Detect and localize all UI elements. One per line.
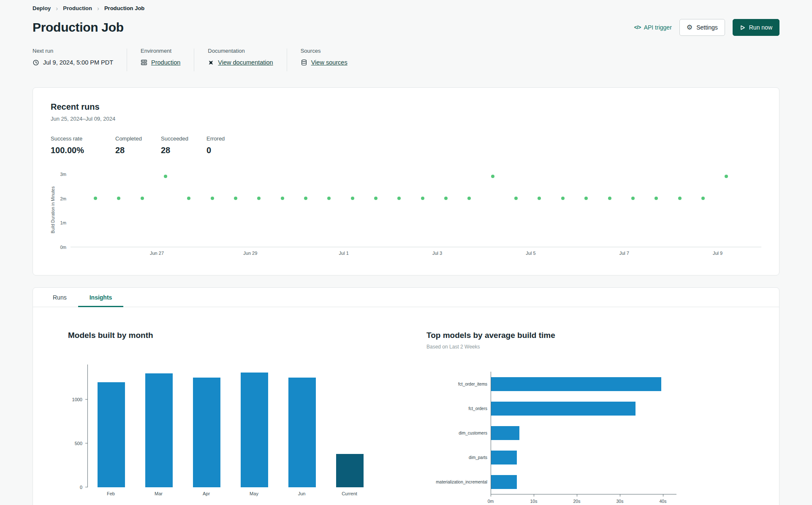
run-duration-dot[interactable] — [141, 197, 144, 200]
run-duration-dot[interactable] — [421, 197, 424, 200]
run-duration-dot[interactable] — [234, 197, 237, 200]
run-duration-dot[interactable] — [725, 175, 728, 178]
run-duration-dot[interactable] — [187, 197, 190, 200]
build-time-bar — [491, 451, 517, 464]
run-duration-dot[interactable] — [304, 197, 307, 200]
month-bar-may — [241, 373, 268, 487]
page: Deploy › Production › Production Job Pro… — [0, 0, 812, 505]
run-duration-dot[interactable] — [397, 197, 401, 200]
scatter-plot — [71, 172, 761, 247]
meta-label: Environment — [141, 48, 180, 54]
run-duration-dot[interactable] — [94, 197, 97, 200]
job-detail-card: Runs Insights Models built by month 0500… — [33, 287, 779, 505]
vbar-xtick-label: Current — [342, 491, 357, 496]
clock-icon — [33, 59, 39, 66]
axis-line — [491, 372, 491, 494]
scatter-y-axis-label: Build Duration in Minutes — [51, 172, 55, 247]
hbar-xtick-label: 30s — [616, 499, 624, 504]
meta-label: Documentation — [208, 48, 273, 54]
api-trigger-link[interactable]: </> API trigger — [634, 24, 672, 31]
stat-errored: Errored 0 — [206, 135, 225, 155]
vbar-xtick-label: Apr — [203, 491, 210, 496]
model-label: fct_orders — [426, 406, 491, 411]
tab-bar: Runs Insights — [33, 288, 779, 307]
environment-link[interactable]: Production — [151, 59, 180, 66]
tab-insights[interactable]: Insights — [78, 288, 124, 307]
month-bar-jun — [288, 378, 316, 487]
run-duration-dot[interactable] — [631, 197, 635, 200]
recent-runs-date-range: Jun 25, 2024–Jul 09, 2024 — [51, 116, 761, 122]
run-now-button[interactable]: Run now — [733, 19, 779, 36]
hbar-row: dim_customers — [426, 421, 676, 445]
run-duration-dot[interactable] — [608, 197, 611, 200]
run-duration-dot[interactable] — [117, 197, 120, 200]
scatter-xtick-label: Jun 27 — [150, 251, 164, 256]
run-duration-dot[interactable] — [164, 175, 167, 178]
run-duration-dot[interactable] — [351, 197, 354, 200]
hbar-xtick-label: 40s — [660, 499, 667, 504]
tick-mark — [534, 494, 534, 497]
scatter-ytick-label: 1m — [60, 220, 66, 225]
chevron-right-icon: › — [97, 5, 99, 11]
top-models-chart-title: Top models by average build time — [426, 331, 676, 340]
insights-panel: Models built by month 05001000 FebMarApr… — [33, 307, 779, 505]
run-duration-dot[interactable] — [257, 197, 261, 200]
tick-mark — [577, 494, 577, 497]
run-duration-dot[interactable] — [538, 197, 541, 200]
header-actions: </> API trigger ⚙ Settings Run now — [634, 19, 779, 36]
meta-label: Sources — [301, 48, 348, 54]
code-icon: </> — [634, 24, 641, 30]
run-duration-dot[interactable] — [374, 197, 377, 200]
build-time-bar — [491, 475, 517, 489]
recent-runs-card: Recent runs Jun 25, 2024–Jul 09, 2024 Su… — [33, 87, 779, 275]
tab-runs[interactable]: Runs — [41, 288, 78, 307]
view-sources-link[interactable]: View sources — [311, 59, 348, 66]
scatter-xtick-label: Jul 1 — [339, 251, 349, 256]
stat-success-rate: Success rate 100.00% — [51, 135, 100, 155]
divider — [194, 49, 194, 71]
hbar-row: fct_orders — [426, 396, 676, 421]
run-duration-dot[interactable] — [701, 197, 705, 200]
hbar-xaxis: 0m10s20s30s40s — [491, 494, 676, 505]
month-bar-apr — [193, 378, 220, 487]
build-time-bar — [491, 402, 635, 416]
meta-label: Next run — [33, 48, 113, 54]
run-duration-dot[interactable] — [654, 197, 658, 200]
chevron-right-icon: › — [56, 5, 58, 11]
run-duration-dot[interactable] — [584, 197, 588, 200]
tick-mark — [663, 494, 663, 497]
hbar-xtick-label: 20s — [573, 499, 581, 504]
next-run-value: Jul 9, 2024, 5:00 PM PDT — [43, 59, 113, 66]
scatter-xtick-label: Jul 9 — [713, 251, 722, 256]
build-duration-chart: Build Duration in Minutes 0m1m2m3m Jun 2… — [51, 172, 761, 257]
meta-sources: Sources View sources — [301, 48, 348, 71]
gear-icon: ⚙ — [687, 24, 693, 31]
run-duration-dot[interactable] — [467, 197, 471, 200]
vbar-plot — [87, 365, 423, 487]
model-label: materialization_incremental — [426, 480, 491, 484]
breadcrumb-deploy[interactable]: Deploy — [33, 5, 51, 11]
scatter-yticks: 0m1m2m3m — [55, 172, 71, 247]
run-duration-dot[interactable] — [444, 197, 448, 200]
run-duration-dot[interactable] — [211, 197, 214, 200]
run-duration-dot[interactable] — [281, 197, 284, 200]
hbar-row: materialization_incremental — [426, 470, 676, 494]
model-label: fct_order_items — [426, 382, 491, 386]
tick-mark — [620, 494, 620, 497]
scatter-ytick-label: 2m — [60, 196, 66, 201]
scatter-ytick-label: 0m — [60, 245, 66, 250]
top-models-chart-subtitle: Based on Last 2 Weeks — [426, 344, 676, 350]
breadcrumb-production[interactable]: Production — [63, 5, 92, 11]
run-duration-dot[interactable] — [678, 197, 682, 200]
month-bar-feb — [98, 382, 125, 487]
run-duration-dot[interactable] — [514, 197, 518, 200]
run-duration-dot[interactable] — [561, 197, 565, 200]
run-duration-dot[interactable] — [327, 197, 331, 200]
settings-button[interactable]: ⚙ Settings — [679, 19, 725, 36]
scatter-xtick-label: Jun 29 — [243, 251, 257, 256]
vbar-ytick-label: 1000 — [72, 397, 82, 402]
scatter-xtick-label: Jul 3 — [432, 251, 442, 256]
vbar-xtick-label: Feb — [107, 491, 115, 496]
view-documentation-link[interactable]: View documentation — [218, 59, 273, 66]
run-duration-dot[interactable] — [491, 175, 494, 178]
